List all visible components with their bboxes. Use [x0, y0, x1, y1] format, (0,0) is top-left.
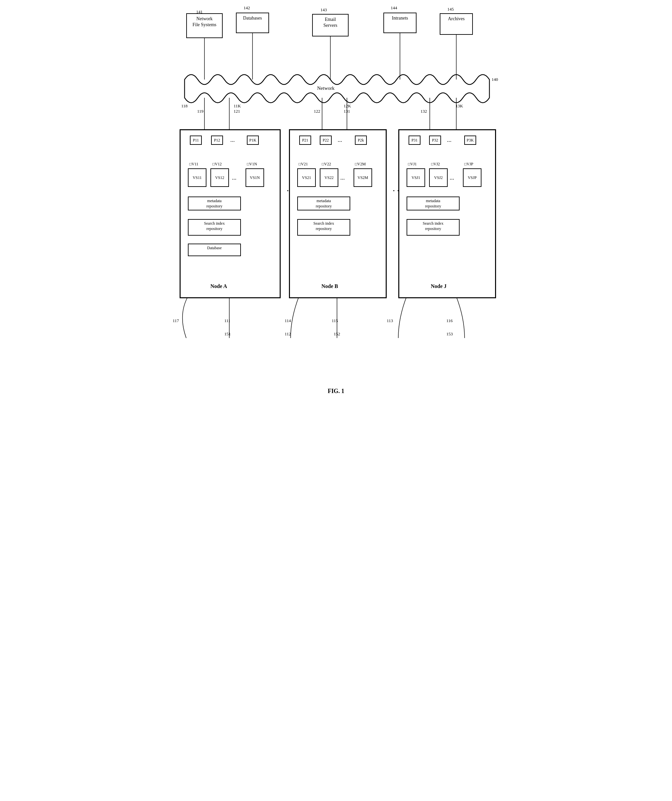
ref-145: 145: [447, 6, 454, 12]
vs1n: VS1N: [246, 168, 264, 187]
vol-v2m-label: □V2M: [355, 162, 366, 167]
source-box-intranets: Intranets: [383, 13, 416, 33]
node-b-search-label: Search indexrepository: [313, 221, 334, 231]
source-box-db: Databases: [236, 13, 269, 33]
diagram: 141 142 143 144 145 NetworkFile Systems …: [168, 0, 504, 381]
node-b-meta-label: metadatarepository: [316, 198, 332, 209]
vol-v22-label: □V22: [322, 162, 331, 167]
ref-116: 116: [446, 318, 453, 323]
node-a-db-label: Database: [207, 246, 222, 250]
ref-122a: 122: [314, 109, 320, 114]
dots-b-vs: ···: [340, 176, 345, 183]
source-archives-label: Archives: [448, 16, 465, 21]
ref-111: 111: [224, 318, 231, 323]
ref-11k: 11K: [234, 103, 241, 109]
ref-131a: 131: [344, 109, 350, 114]
port-p11: P11: [190, 135, 202, 145]
source-box-nfs: NetworkFile Systems: [186, 13, 223, 38]
ref-114: 114: [285, 318, 291, 323]
ref-113: 113: [387, 318, 393, 323]
source-nfs-label: NetworkFile Systems: [193, 16, 216, 27]
fig-label: FIG. 1: [328, 388, 344, 394]
dots-j-vs: ···: [450, 176, 454, 183]
node-j-meta-repo: metadatarepository: [407, 196, 460, 211]
network-label: Network: [317, 85, 335, 91]
ref-151: 151: [224, 331, 231, 337]
ref-115: 115: [332, 318, 338, 323]
source-intranets-label: Intranets: [392, 16, 408, 21]
node-b-search-repo: Search indexrepository: [297, 219, 350, 236]
port-p2k: P2k: [355, 135, 367, 145]
source-db-label: Databases: [243, 16, 262, 21]
vs12: VS12: [211, 168, 229, 187]
vs11: VS11: [188, 168, 206, 187]
vol-v21-label: □V21: [299, 162, 308, 167]
vsj2: VSJ2: [429, 168, 448, 187]
node-b-box: P21 P22 P2k ··· □V21 □V22 □V2M VS21 VS22…: [289, 129, 387, 298]
ref-132a: 132: [421, 109, 427, 114]
vol-vjp-label: □VJP: [464, 162, 473, 167]
dots-b-ports: ···: [338, 138, 342, 145]
source-box-email: EmailServers: [312, 14, 349, 37]
vol-vj1-label: □VJ1: [408, 162, 417, 167]
ref-143: 143: [320, 7, 327, 13]
dots-j-ports: ···: [447, 138, 452, 145]
node-b-meta-repo: metadatarepository: [297, 196, 350, 211]
vol-v12-label: □V12: [212, 162, 222, 167]
source-email-label: EmailServers: [323, 17, 337, 28]
vs2m: VS2M: [354, 168, 372, 187]
dots-a-ports: ···: [230, 138, 235, 145]
node-a-label: Node A: [211, 283, 227, 290]
ref-112: 112: [285, 331, 291, 337]
ref-12k: 12K: [344, 103, 351, 109]
node-a-meta-repo: metadatarepository: [188, 196, 241, 211]
node-a-meta-label: metadatarepository: [206, 198, 223, 209]
node-j-label: Node J: [431, 283, 447, 290]
port-p31: P31: [408, 135, 421, 145]
node-a-database: Database: [188, 244, 241, 256]
port-p1k: P1K: [247, 135, 259, 145]
ref-121: 121: [234, 109, 240, 114]
figure-caption: FIG. 1: [168, 388, 504, 395]
vol-v1n-label: □V1N: [247, 162, 257, 167]
ref-144: 144: [391, 5, 397, 11]
node-a-search-repo: Search indexrepository: [188, 219, 241, 236]
ref-153: 153: [446, 331, 453, 337]
dots-a-vs: ···: [232, 176, 236, 183]
ref-117: 117: [173, 318, 179, 323]
source-box-archives: Archives: [440, 13, 473, 35]
vs22: VS22: [320, 168, 338, 187]
ref-13k: 13K: [456, 103, 463, 109]
port-p21: P21: [299, 135, 311, 145]
port-p22: P22: [320, 135, 332, 145]
vsj1: VSJ1: [407, 168, 425, 187]
node-j-search-repo: Search indexrepository: [407, 219, 460, 236]
node-b-label: Node B: [322, 283, 338, 290]
vsjp: VSJP: [463, 168, 481, 187]
node-a-search-label: Search indexrepository: [204, 221, 225, 231]
port-p3k: P3K: [464, 135, 476, 145]
ref-152: 152: [334, 331, 340, 337]
port-p32: P32: [429, 135, 441, 145]
vol-v11-label: □V11: [189, 162, 198, 167]
node-a-box: P11 P12 P1K ··· □V11 □V12 □V1N VS11 VS12…: [180, 129, 281, 298]
node-j-search-label: Search indexrepository: [423, 221, 444, 231]
node-j-meta-label: metadatarepository: [425, 198, 441, 209]
vol-vj2-label: □VJ2: [431, 162, 440, 167]
ref-118: 118: [181, 103, 188, 109]
ref-119: 119: [197, 109, 203, 114]
port-p12: P12: [211, 135, 223, 145]
ref-142: 142: [244, 5, 250, 11]
ref-140: 140: [492, 77, 498, 82]
node-j-box: P31 P32 P3K ··· □VJ1 □VJ2 □VJP VSJ1 VSJ2…: [398, 129, 496, 298]
vs21: VS21: [297, 168, 316, 187]
